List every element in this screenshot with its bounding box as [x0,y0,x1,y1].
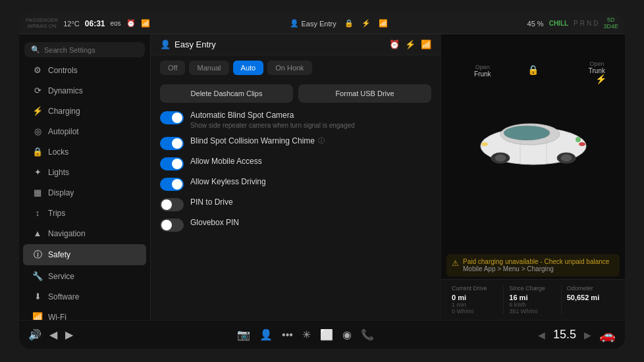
current-drive-value: 0 mi [452,294,499,301]
pin-to-drive-label: PIN to Drive [190,197,431,207]
wifi-header-icon: 📶 [421,39,431,49]
wifi-status-icon: 📶 [141,19,150,28]
format-usb-button[interactable]: Format USB Drive [298,84,431,103]
safety-icon: ⓘ [32,249,43,261]
stat-since-charge: Since Charge 16 mi 6 kWh 351 Wh/mi [505,285,561,315]
camera-icon[interactable]: ◉ [342,328,352,341]
easy-entry-header: 👤 Easy Entry ⏰ ⚡ 📶 [151,34,441,55]
prev-icon[interactable]: ◀ [49,328,57,341]
sidebar-item-safety[interactable]: ⓘ Safety [23,244,146,265]
speed-display: 15.5 [553,328,576,342]
person-icon[interactable]: 👤 [259,328,273,341]
charging-indicator: ⚡ [595,74,606,84]
blind-spot-camera-info: Automatic Blind Spot Camera Show side re… [190,111,431,130]
top-bar-left: PASSENGER AIRBAG ON 12°C 06:31 eos ⏰ 📶 [26,18,150,30]
tab-manual[interactable]: Manual [189,61,228,75]
sidebar-item-trips[interactable]: ↕ Trips [23,203,146,222]
toggle-pin-to-drive[interactable] [160,198,184,211]
controls-icon: ⚙ [32,65,43,75]
sidebar-item-display[interactable]: ▦ Display [23,183,146,202]
sidebar-item-dynamics[interactable]: ⟳ Dynamics [23,81,146,100]
toggle-blind-spot-chime[interactable] [160,137,184,150]
phone-icon[interactable]: 📞 [361,328,374,341]
sidebar: 🔍 ⚙ Controls ⟳ Dynamics ⚡ Charging ◎ Aut… [19,34,151,320]
toggle-glovebox-pin[interactable] [160,219,184,232]
regen-indicator: 5D 3D4E [603,17,618,30]
service-icon: 🔧 [32,271,43,281]
toggle-keyless-driving[interactable] [160,178,184,191]
since-charge-sub1: 6 kWh [509,301,556,308]
svg-point-7 [481,142,488,146]
chime-info-icon[interactable]: ⓘ [318,136,325,145]
warning-triangle-icon: ⚠ [452,259,459,268]
software-icon: ⬇ [32,292,43,301]
alarm-icon: ⏰ [126,19,136,28]
car-lock-icon[interactable]: 🔒 [527,64,539,76]
warning-subtitle: Mobile App > Menu > Charging [463,265,609,272]
sidebar-label-lights: Lights [48,168,69,177]
svg-point-8 [579,142,585,146]
prnd-display: P R N D [574,20,598,27]
bottom-bar: 🔊 ◀ ▶ 📷 👤 ••• ✳ ⬜ ◉ 📞 ◀ 15.5 ▶ 🚗 [19,320,625,349]
speed-right-arrow[interactable]: ▶ [584,330,591,340]
toggle-knob-2 [172,138,182,149]
setting-pin-to-drive: PIN to Drive [160,197,431,211]
display-icon: ▦ [32,188,43,197]
dynamics-icon: ⟳ [32,86,43,95]
easy-entry-person-icon: 👤 [160,39,171,49]
media-icon[interactable]: ⬜ [320,328,333,341]
tab-off[interactable]: Off [160,61,185,75]
mobile-access-info: Allow Mobile Access [190,157,431,167]
setting-keyless-driving: Allow Keyless Driving [160,177,431,191]
glovebox-pin-label: Glovebox PIN [190,218,431,227]
sidebar-label-controls: Controls [48,66,78,75]
toggle-blind-spot-camera[interactable] [160,111,184,124]
drive-mode-indicator: eos [110,20,121,27]
frunk-label: Frunk [474,70,491,78]
frunk-button[interactable]: Open Frunk [474,64,491,78]
bluetooth-icon[interactable]: ✳ [302,328,311,341]
sidebar-item-controls[interactable]: ⚙ Controls [23,61,146,80]
dashcam-icon[interactable]: 📷 [237,328,250,341]
sidebar-label-charging: Charging [48,107,80,116]
lock-icon: 🔒 [527,65,539,75]
tab-on-honk[interactable]: On Honk [267,61,311,75]
trunk-button[interactable]: Open Trunk [589,61,605,74]
more-icon[interactable]: ••• [282,329,293,341]
blind-spot-camera-label: Automatic Blind Spot Camera [190,111,431,120]
stats-row: Current Drive 0 mi 1 min 0 Wh/mi Since C… [441,279,625,320]
odometer-label: Odometer [567,285,614,292]
toggle-knob-5 [161,199,172,210]
search-bar[interactable]: 🔍 [24,42,145,57]
keyless-driving-info: Allow Keyless Driving [190,177,431,188]
sidebar-label-safety: Safety [48,250,70,259]
search-input[interactable] [44,46,138,54]
sidebar-label-software: Software [48,292,79,301]
settings-panel: 👤 Easy Entry ⏰ ⚡ 📶 Off Manual Auto On Ho… [151,34,441,320]
sidebar-label-locks: Locks [48,147,68,157]
sidebar-item-lights[interactable]: ✦ Lights [23,163,146,182]
delete-dashcam-button[interactable]: Delete Dashcam Clips [160,84,293,103]
toggle-mobile-access[interactable] [160,157,184,170]
sidebar-item-wifi[interactable]: 📶 Wi-Fi [23,307,146,320]
car-bottom-icon[interactable]: 🚗 [599,327,616,343]
svg-point-9 [576,137,581,142]
since-charge-sub2: 351 Wh/mi [509,308,556,315]
bottom-bar-center: 📷 👤 ••• ✳ ⬜ ◉ 📞 [237,328,374,341]
next-icon[interactable]: ▶ [65,328,73,341]
sidebar-item-navigation[interactable]: ▲ Navigation [23,224,146,243]
sidebar-item-locks[interactable]: 🔒 Locks [23,142,146,161]
sidebar-item-service[interactable]: 🔧 Service [23,267,146,286]
sidebar-item-autopilot[interactable]: ◎ Autopilot [23,122,146,141]
sidebar-label-wifi: Wi-Fi [48,313,67,321]
charging-icon: ⚡ [32,106,43,116]
sidebar-item-software[interactable]: ⬇ Software [23,287,146,306]
sidebar-item-charging[interactable]: ⚡ Charging [23,101,146,120]
volume-icon[interactable]: 🔊 [28,328,41,341]
stat-odometer: Odometer 50,652 mi [563,285,618,315]
top-bar-right: 45 % CHILL P R N D 5D 3D4E [527,17,618,30]
sidebar-label-dynamics: Dynamics [48,86,83,95]
tab-auto[interactable]: Auto [233,61,264,75]
since-charge-label: Since Charge [509,285,556,292]
speed-left-arrow[interactable]: ◀ [538,330,545,340]
